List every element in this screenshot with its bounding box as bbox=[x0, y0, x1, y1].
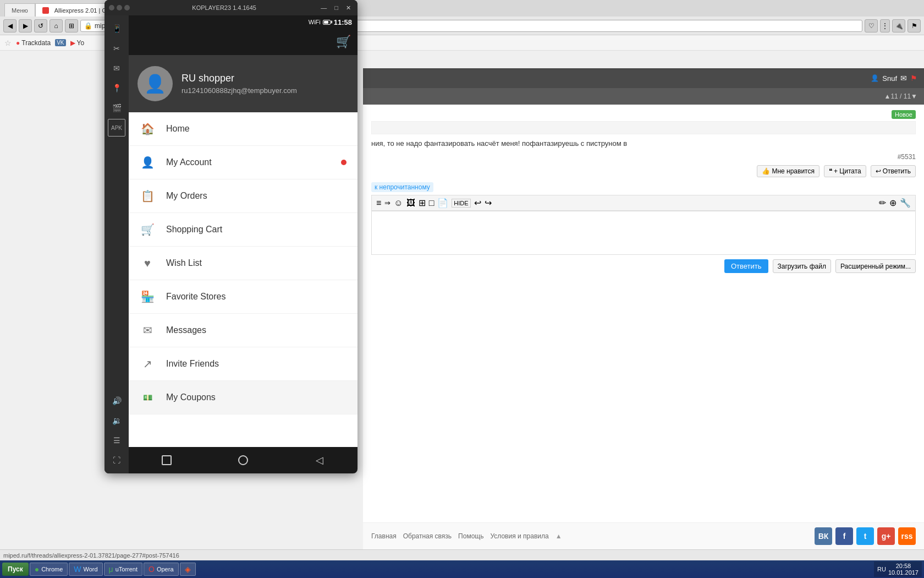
home-label: Home bbox=[166, 124, 190, 134]
sidebar-video-icon[interactable]: 🎬 bbox=[108, 99, 125, 117]
footer-main[interactable]: Главная bbox=[371, 532, 397, 540]
settings-button[interactable]: ⋮ bbox=[880, 19, 890, 32]
taskbar-word[interactable]: W Word bbox=[69, 563, 102, 576]
taskbar-other[interactable]: ◈ bbox=[180, 563, 196, 576]
menu-item-orders[interactable]: 📋 My Orders bbox=[129, 179, 358, 213]
menu-item-messages[interactable]: ✉ Messages bbox=[129, 314, 358, 347]
forum-panel: 👤 Snuf ✉ ⚑ ▲ 11 / 11 ▼ Новое ния, то не … bbox=[363, 68, 924, 549]
google-plus-icon[interactable]: g+ bbox=[877, 527, 895, 545]
vk-icon[interactable]: ВК bbox=[815, 527, 832, 545]
editor-redo-icon[interactable]: ↪ bbox=[485, 198, 492, 208]
orders-label: My Orders bbox=[166, 191, 207, 201]
tab-menu[interactable]: Меню bbox=[4, 3, 35, 17]
win-minimize[interactable]: — bbox=[318, 4, 329, 11]
sidebar-apk-icon[interactable]: APK bbox=[108, 119, 125, 137]
editor-toolbar: ≡ ⇒ ☺ 🖼 ⊞ □ 📄 HIDE ↩ ↪ ✏ ⊕ 🔧 bbox=[371, 195, 916, 211]
editor-area[interactable] bbox=[371, 211, 916, 255]
footer-help[interactable]: Помощь bbox=[458, 532, 483, 540]
facebook-icon[interactable]: f bbox=[835, 527, 853, 545]
editor-indent-icon[interactable]: ⇒ bbox=[384, 199, 391, 207]
advanced-button[interactable]: Расширенный режим... bbox=[835, 259, 916, 273]
menu-item-account[interactable]: 👤 My Account bbox=[129, 146, 358, 179]
back-button[interactable]: ◀ bbox=[3, 19, 16, 32]
taskbar-opera[interactable]: O Opera bbox=[144, 563, 178, 576]
back-nav-button[interactable]: ◁ bbox=[309, 449, 331, 471]
menu-item-home[interactable]: 🏠 Home bbox=[129, 112, 358, 146]
editor-undo-icon[interactable]: ↩ bbox=[474, 198, 481, 208]
editor-table-icon[interactable]: ⊞ bbox=[419, 198, 426, 208]
forum-user-info: 👤 Snuf ✉ ⚑ bbox=[871, 74, 917, 83]
sidebar-cut-icon[interactable]: ✂ bbox=[108, 40, 125, 57]
footer-up-icon[interactable]: ▲ bbox=[556, 532, 562, 540]
rss-icon[interactable]: rss bbox=[898, 527, 916, 545]
upload-button[interactable]: Загрузить файл bbox=[773, 259, 831, 273]
bookmark-youtube[interactable]: ▶ Yo bbox=[70, 39, 85, 47]
account-menu-icon: 👤 bbox=[140, 155, 155, 170]
menu-item-invite[interactable]: ↗ Invite Friends bbox=[129, 347, 358, 381]
editor-box-icon[interactable]: □ bbox=[429, 198, 435, 208]
menu-item-wishlist[interactable]: ♥ Wish List bbox=[129, 247, 358, 280]
bookmark-trackdata[interactable]: ● Trackdata bbox=[16, 39, 51, 47]
pagination: 11 / 11 bbox=[890, 92, 911, 100]
taskbar-chrome[interactable]: ● Chrome bbox=[30, 563, 68, 576]
editor-hide-btn[interactable]: HIDE bbox=[452, 199, 470, 208]
extension-button[interactable]: 🔌 bbox=[892, 19, 905, 32]
editor-emoji-icon[interactable]: ☺ bbox=[394, 198, 403, 208]
stores-menu-icon: 🏪 bbox=[140, 289, 155, 304]
home-nav-button[interactable]: ⌂ bbox=[50, 19, 63, 32]
post-text: ния, то не надо фантазировать насчёт мен… bbox=[371, 139, 916, 149]
menu-item-stores[interactable]: 🏪 Favorite Stores bbox=[129, 280, 358, 314]
flag-button[interactable]: ⚑ bbox=[908, 19, 921, 32]
taskbar-utorrent[interactable]: μ uTorrent bbox=[104, 563, 142, 576]
editor-file-icon[interactable]: 📄 bbox=[437, 198, 448, 208]
editor-list-icon[interactable]: ≡ bbox=[376, 198, 381, 208]
sidebar-volume-up-icon[interactable]: 🔊 bbox=[108, 392, 125, 410]
sidebar-location-icon[interactable]: 📍 bbox=[108, 79, 125, 97]
submit-reply-button[interactable]: Ответить bbox=[724, 259, 768, 273]
editor-wrench-icon[interactable]: 🔧 bbox=[900, 198, 911, 208]
maximize-dot bbox=[117, 5, 122, 10]
sidebar-mail-icon[interactable]: ✉ bbox=[108, 59, 125, 77]
start-button[interactable]: Пуск bbox=[2, 563, 29, 576]
action-buttons: 👍 Мне нравится ❝ + Цитата ↩ Ответить bbox=[371, 165, 916, 177]
wifi-icon: WiFi bbox=[309, 19, 321, 25]
tray-lang: RU bbox=[877, 566, 886, 572]
invite-label: Invite Friends bbox=[166, 359, 219, 369]
android-screen: WiFi 11:58 🛒 👤 RU shopper ru1241060888zj… bbox=[129, 15, 358, 473]
bookmark-vk[interactable]: VK bbox=[55, 39, 65, 46]
win-maximize[interactable]: □ bbox=[332, 4, 340, 11]
win-close[interactable]: ✕ bbox=[344, 4, 353, 12]
cart-icon[interactable]: 🛒 bbox=[336, 35, 351, 49]
taskbar-items: ● Chrome W Word μ uTorrent O Opera ◈ bbox=[30, 563, 873, 576]
forward-button[interactable]: ▶ bbox=[19, 19, 32, 32]
editor-image-icon[interactable]: 🖼 bbox=[406, 198, 415, 208]
minimize-dot bbox=[109, 5, 114, 10]
quote-button[interactable]: ❝ + Цитата bbox=[824, 165, 866, 177]
footer-feedback[interactable]: Обратная связь bbox=[403, 532, 452, 540]
nav-menu: 🏠 Home 👤 My Account 📋 My Orders 🛒 Shoppi… bbox=[129, 112, 358, 415]
editor-pen-icon[interactable]: ✏ bbox=[879, 198, 886, 208]
sidebar-fullscreen-icon[interactable]: ⛶ bbox=[108, 451, 125, 469]
emulator-title: KOPLAYER23 1.4.1645 bbox=[133, 4, 315, 11]
forum-username: Snuf bbox=[882, 74, 897, 83]
like-button[interactable]: 👍 Мне нравится bbox=[757, 165, 820, 177]
messages-menu-icon: ✉ bbox=[140, 323, 155, 338]
menu-item-coupons[interactable]: 💵 My Coupons bbox=[129, 381, 358, 415]
editor-plus-icon[interactable]: ⊕ bbox=[889, 198, 897, 208]
bookmark-yo: Yo bbox=[77, 39, 85, 47]
sidebar-volume-down-icon[interactable]: 🔉 bbox=[108, 412, 125, 429]
app-toolbar: 🛒 bbox=[129, 29, 358, 55]
twitter-icon[interactable]: t bbox=[856, 527, 874, 545]
emulator-sidebar: 📱 ✂ ✉ 📍 🎬 APK 🔊 🔉 ☰ ⛶ bbox=[105, 15, 129, 473]
menu-item-cart[interactable]: 🛒 Shopping Cart bbox=[129, 213, 358, 247]
home-button[interactable] bbox=[232, 449, 254, 471]
refresh-button[interactable]: ↺ bbox=[34, 19, 47, 32]
reply-action-button[interactable]: ↩ Ответить bbox=[871, 165, 916, 177]
recent-apps-button[interactable] bbox=[156, 449, 178, 471]
bookmark-button[interactable]: ♡ bbox=[865, 19, 878, 32]
footer-terms[interactable]: Условия и правила bbox=[490, 532, 548, 540]
grid-button[interactable]: ⊞ bbox=[65, 19, 78, 32]
sidebar-phone-icon[interactable]: 📱 bbox=[108, 20, 125, 37]
sidebar-menu-icon[interactable]: ☰ bbox=[108, 432, 125, 449]
cart-menu-icon: 🛒 bbox=[140, 222, 155, 237]
